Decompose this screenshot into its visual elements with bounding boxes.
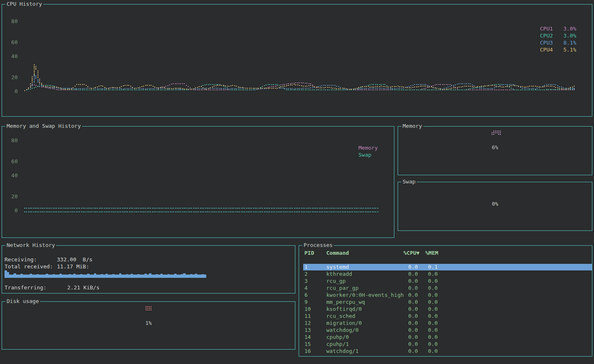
table-row[interactable]: 12migration/00.00.0 (303, 320, 592, 326)
disk-gauge-value: 1% (2, 320, 295, 326)
y-axis-tick: 60 (9, 39, 18, 46)
process-mem: 0.0 (406, 271, 438, 277)
y-axis-tick: 20 (9, 193, 18, 200)
table-row[interactable]: 15cpuhp/10.00.0 (303, 341, 592, 348)
process-mem: 0.0 (406, 348, 438, 355)
memory-swap-history-panel: Memory and Swap History 806040200 Memory… (2, 126, 394, 238)
table-row[interactable]: 3rcu_gp0.00.0 (303, 278, 592, 284)
process-command: watchdog/0 (326, 327, 358, 333)
process-command: watchdog/1 (326, 348, 358, 355)
cpu-legend-label: CPU3 (540, 40, 553, 46)
table-row[interactable]: 2kthreadd0.00.0 (303, 271, 592, 277)
process-command: kthreadd (326, 271, 352, 277)
process-pid: 10 (304, 306, 311, 312)
swap-gauge-value: 0% (398, 201, 592, 207)
process-mem: 0.0 (406, 285, 438, 291)
cpu-legend-label: CPU1 (540, 26, 553, 32)
table-row[interactable]: 11rcu_sched0.00.0 (303, 313, 592, 319)
table-row[interactable]: 13watchdog/00.00.0 (303, 327, 592, 333)
process-mem: 0.0 (406, 278, 438, 284)
process-command: migration/0 (326, 320, 362, 326)
network-transferring-value: 2.21 KiB/s (67, 284, 99, 291)
cpu-legend-item: CPU38.1% (540, 39, 576, 46)
cpu-legend-item: CPU45.1% (540, 46, 576, 53)
y-axis-tick: 0 (9, 88, 18, 95)
process-command: systemd (326, 264, 349, 270)
cpu-legend-value: 3.0% (563, 25, 576, 32)
disk-usage-title: Disk usage (5, 298, 40, 304)
memory-swap-legend-item: Memory (358, 144, 395, 151)
cpu-legend-value: 8.1% (563, 39, 576, 46)
process-pid: 6 (304, 292, 308, 298)
y-axis-tick: 80 (9, 137, 18, 144)
process-command: rcu_sched (326, 313, 355, 319)
process-command: rcu_par_gp (326, 285, 358, 291)
cpu-history-panel: CPU History 806040200 CPU13.0%CPU23.0%CP… (2, 4, 592, 117)
process-command: rcu_gp (326, 278, 346, 284)
process-pid: 11 (304, 313, 311, 319)
cpu-history-chart (2, 5, 593, 117)
process-pid: 9 (304, 299, 308, 305)
process-mem: 0.0 (406, 334, 438, 341)
network-transferring-line: Transferring:2.21 KiB/s (5, 284, 47, 291)
process-mem: 0.0 (406, 320, 438, 326)
y-axis-tick: 60 (9, 158, 18, 165)
cpu-legend-value: 5.1% (563, 46, 576, 53)
process-mem: 0.1 (406, 264, 438, 270)
process-mem: 0.0 (406, 306, 438, 312)
memory-swap-history-chart (2, 127, 395, 238)
process-pid: 3 (304, 278, 308, 284)
process-pid: 14 (304, 334, 311, 341)
app-root: { "panels": { "cpu_history": { "title": … (0, 0, 594, 364)
memory-swap-legend-item: Swap (358, 151, 395, 158)
disk-usage-panel: Disk usage 1% (2, 301, 295, 350)
table-row[interactable]: 9mm_percpu_wq0.00.0 (303, 299, 592, 305)
process-pid: 4 (304, 285, 308, 291)
cpu-legend-item: CPU13.0% (540, 25, 576, 32)
table-row[interactable]: 4rcu_par_gp0.00.0 (303, 285, 592, 291)
process-pid: 15 (304, 341, 311, 348)
process-pid: 16 (304, 348, 311, 355)
network-history-panel: Network History Receiving:332.00 B/s Tot… (2, 245, 295, 294)
y-axis-tick: 40 (9, 172, 18, 179)
process-mem: 0.0 (406, 292, 438, 298)
column-header-cpu[interactable]: %CPU▼ (403, 250, 420, 256)
table-row[interactable]: 14cpuhp/00.00.0 (303, 334, 592, 341)
y-axis-tick: 20 (9, 74, 18, 81)
cpu-legend-label: CPU2 (540, 33, 553, 39)
process-command: ksoftirqd/0 (326, 306, 362, 312)
process-mem: 0.0 (406, 313, 438, 319)
column-header-pid[interactable]: PID (304, 250, 314, 256)
y-axis-tick: 80 (9, 18, 18, 25)
process-pid: 1 (304, 264, 308, 270)
column-header-command[interactable]: Command (326, 250, 349, 256)
memory-gauge-value: 6% (398, 144, 592, 151)
network-transferring-label: Transferring: (5, 284, 47, 291)
memory-gauge-panel: Memory 6% (398, 126, 592, 175)
process-command: mm_percpu_wq (326, 299, 365, 305)
cpu-legend-label: CPU4 (540, 47, 553, 53)
swap-gauge-title: Swap (401, 178, 417, 185)
table-row[interactable]: 1systemd0.00.1 (303, 264, 592, 270)
process-pid: 12 (304, 320, 311, 326)
process-command: cpuhp/1 (326, 341, 349, 348)
table-row[interactable]: 16watchdog/10.00.0 (303, 348, 592, 355)
process-mem: 0.0 (406, 341, 438, 348)
cpu-legend-item: CPU23.0% (540, 32, 576, 39)
table-row[interactable]: 6kworker/0:0H-events_high0.00.0 (303, 292, 592, 298)
cpu-legend-value: 3.0% (563, 32, 576, 39)
process-mem: 0.0 (406, 299, 438, 305)
column-header-mem[interactable]: %MEM (425, 250, 438, 256)
process-command: cpuhp/0 (326, 334, 349, 341)
y-axis-tick: 40 (9, 53, 18, 60)
y-axis-tick: 0 (9, 207, 18, 214)
processes-title: Processes (302, 242, 334, 248)
process-mem: 0.0 (406, 327, 438, 333)
process-pid: 2 (304, 271, 308, 277)
memory-gauge-title: Memory (401, 123, 423, 129)
table-row[interactable]: 10ksoftirqd/00.00.0 (303, 306, 592, 312)
processes-panel: Processes PIDCommand%CPU▼%MEM 1systemd0.… (299, 245, 592, 357)
swap-gauge-panel: Swap 0% (398, 182, 592, 231)
process-pid: 13 (304, 327, 311, 333)
